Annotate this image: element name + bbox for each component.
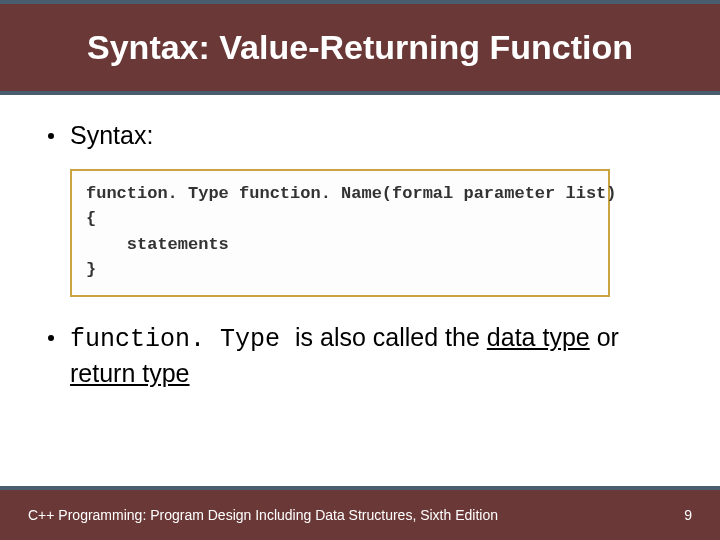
slide-title: Syntax: Value-Returning Function <box>87 28 633 67</box>
content-area: Syntax: function. Type function. Name(fo… <box>0 95 720 540</box>
text-run: or <box>590 323 619 351</box>
footer-bar: C++ Programming: Program Design Includin… <box>0 486 720 540</box>
footer-text: C++ Programming: Program Design Includin… <box>28 507 498 523</box>
slide: Syntax: Value-Returning Function Syntax:… <box>0 0 720 540</box>
code-line: statements <box>86 235 229 254</box>
page-number: 9 <box>684 507 692 523</box>
bullet-item: function. Type is also called the data t… <box>48 321 672 391</box>
text-run: is also called the <box>295 323 487 351</box>
bullet-dot-icon <box>48 133 54 139</box>
bullet-text: Syntax: <box>70 119 672 153</box>
code-line: function. Type function. Name(formal par… <box>86 184 617 203</box>
code-line: } <box>86 260 96 279</box>
bullet-text: function. Type is also called the data t… <box>70 321 672 391</box>
inline-code: function. Type <box>70 325 295 354</box>
bullet-dot-icon <box>48 335 54 341</box>
title-bar: Syntax: Value-Returning Function <box>0 0 720 95</box>
underline-term: return type <box>70 359 190 387</box>
code-box: function. Type function. Name(formal par… <box>70 169 610 297</box>
bullet-item: Syntax: <box>48 119 672 153</box>
code-line: { <box>86 209 96 228</box>
underline-term: data type <box>487 323 590 351</box>
